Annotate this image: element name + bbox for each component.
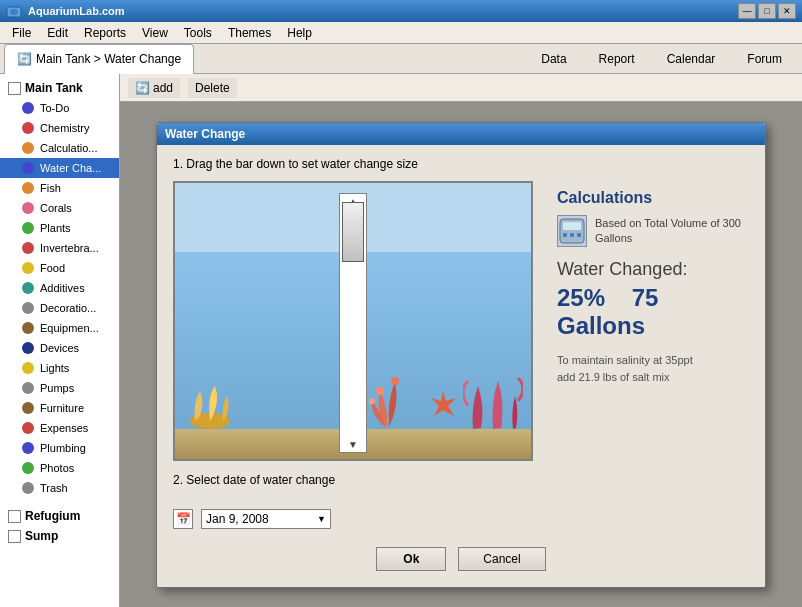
sump-checkbox[interactable] [8,530,21,543]
sidebar-item-equipment[interactable]: Equipmen... [0,318,119,338]
sidebar-item-fish[interactable]: Fish [0,178,119,198]
plumbing-label: Plumbing [40,442,86,454]
sidebar-item-chemistry[interactable]: Chemistry [0,118,119,138]
window-controls[interactable]: — □ ✕ [738,3,796,19]
pumps-icon [20,380,36,396]
date-dropdown-arrow: ▼ [317,514,326,524]
calc-description: Based on Total Volume of 300 Gallons [595,216,741,247]
menu-help[interactable]: Help [279,22,320,43]
food-label: Food [40,262,65,274]
tab-main-tank[interactable]: 🔄 Main Tank > Water Change [4,44,194,74]
water-changed-label: Water Changed: [557,259,741,280]
sidebar-item-calculations[interactable]: Calculatio... [0,138,119,158]
photos-label: Photos [40,462,74,474]
coral-middle [360,371,415,431]
toolbar: 🔄 add Delete [120,74,802,102]
main-tank-checkbox[interactable] [8,82,21,95]
calculations-icon [20,140,36,156]
calendar-icon[interactable]: 📅 [173,509,193,529]
plants-label: Plants [40,222,71,234]
sidebar-item-trash[interactable]: Trash [0,478,119,498]
slider-thumb[interactable] [342,202,364,262]
waterchange-label: Water Cha... [40,162,101,174]
modal-content-row: ▲ ▼ Calculations [173,181,749,461]
svg-point-1 [10,9,18,15]
svg-rect-9 [563,233,567,237]
food-icon [20,260,36,276]
sidebar-item-lights[interactable]: Lights [0,358,119,378]
sidebar-item-waterchange[interactable]: Water Cha... [0,158,119,178]
sidebar-refugium[interactable]: Refugium [0,506,119,526]
menu-reports[interactable]: Reports [76,22,134,43]
tab-bar: 🔄 Main Tank > Water Change Data Report C… [0,44,802,74]
sidebar-item-invertebrates[interactable]: Invertebra... [0,238,119,258]
devices-icon [20,340,36,356]
lights-label: Lights [40,362,69,374]
date-picker-row: 📅 Jan 9, 2008 ▼ [173,509,749,529]
tab-label: Main Tank > Water Change [36,52,181,66]
ok-button[interactable]: Ok [376,547,446,571]
sidebar-sump[interactable]: Sump [0,526,119,546]
todo-icon [20,100,36,116]
tab-report[interactable]: Report [587,48,647,70]
refugium-checkbox[interactable] [8,510,21,523]
add-button[interactable]: 🔄 add [128,78,180,98]
date-value: Jan 9, 2008 [206,512,269,526]
plants-icon [20,220,36,236]
sidebar-item-food[interactable]: Food [0,258,119,278]
sidebar-item-additives[interactable]: Additives [0,278,119,298]
sidebar-item-plants[interactable]: Plants [0,218,119,238]
lights-icon [20,360,36,376]
tab-calendar[interactable]: Calendar [655,48,728,70]
sidebar-item-photos[interactable]: Photos [0,458,119,478]
menu-file[interactable]: File [4,22,39,43]
date-select[interactable]: Jan 9, 2008 ▼ [201,509,331,529]
maximize-button[interactable]: □ [758,3,776,19]
chemistry-icon [20,120,36,136]
tab-data[interactable]: Data [529,48,578,70]
invertebrates-icon [20,240,36,256]
sidebar-item-decorations[interactable]: Decoratio... [0,298,119,318]
starfish [426,386,461,431]
trash-label: Trash [40,482,68,494]
menu-view[interactable]: View [134,22,176,43]
title-bar: AquariumLab.com — □ ✕ [0,0,802,22]
svg-point-5 [369,398,375,404]
modal-instruction2: 2. Select date of water change [173,473,335,487]
equipment-icon [20,320,36,336]
modal-title: Water Change [157,123,765,145]
svg-point-3 [376,387,384,395]
sidebar-item-plumbing[interactable]: Plumbing [0,438,119,458]
sidebar-item-expenses[interactable]: Expenses [0,418,119,438]
menu-themes[interactable]: Themes [220,22,279,43]
sidebar-item-furniture[interactable]: Furniture [0,398,119,418]
sidebar-header: Main Tank [0,78,119,98]
slider-arrow-down: ▼ [348,439,358,450]
close-button[interactable]: ✕ [778,3,796,19]
panel-with-toolbar: 🔄 add Delete Water Change 1. Drag the ba… [120,74,802,607]
delete-button[interactable]: Delete [188,78,237,98]
sidebar-item-pumps[interactable]: Pumps [0,378,119,398]
cancel-button[interactable]: Cancel [458,547,545,571]
sidebar-item-corals[interactable]: Corals [0,198,119,218]
menu-tools[interactable]: Tools [176,22,220,43]
salt-note: To maintain salinity at 35pptadd 21.9 lb… [557,352,741,385]
svg-rect-11 [577,233,581,237]
sidebar-item-todo[interactable]: To-Do [0,98,119,118]
water-change-modal: Water Change 1. Drag the bar down to set… [156,122,766,588]
tab-right-items: Data Report Calendar Forum [529,44,802,73]
tab-forum[interactable]: Forum [735,48,794,70]
modal-buttons: Ok Cancel [173,539,749,575]
sidebar-header-label: Main Tank [25,81,83,95]
minimize-button[interactable]: — [738,3,756,19]
calculations-panel: Calculations [549,181,749,393]
app-title: AquariumLab.com [28,5,738,17]
todo-label: To-Do [40,102,69,114]
tank-visualization: ▲ ▼ [173,181,533,461]
content-area: Main Tank To-Do Chemistry Calculatio... [0,74,802,607]
menu-edit[interactable]: Edit [39,22,76,43]
expenses-label: Expenses [40,422,88,434]
modal-body: 1. Drag the bar down to set water change… [157,145,765,587]
calc-title: Calculations [557,189,741,207]
sidebar-item-devices[interactable]: Devices [0,338,119,358]
